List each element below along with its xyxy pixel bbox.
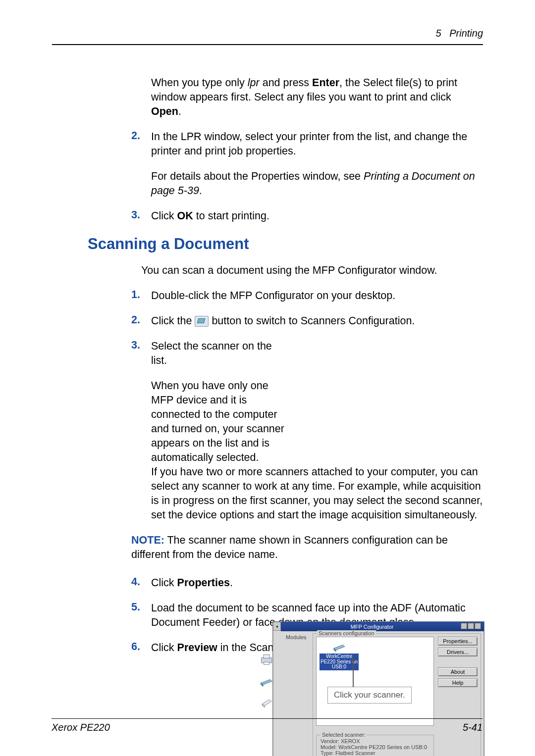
- step-text: If you have two or more scanners attache…: [151, 465, 483, 522]
- step-text: In the LPR window, select your printer f…: [151, 130, 483, 158]
- step-text: Click the button to switch to Scanners C…: [151, 314, 483, 328]
- chapter-number: 5: [435, 28, 441, 39]
- window-controls[interactable]: [460, 623, 481, 630]
- scan-step-1: 1. Double-click the MFP Configurator on …: [131, 289, 483, 303]
- intro-paragraph: When you type only lpr and press Enter, …: [151, 76, 483, 119]
- properties-button[interactable]: Properties...: [438, 637, 478, 646]
- configurator-screenshot: ▾ MFP Configurator Modules: [272, 621, 483, 756]
- configurator-window: ▾ MFP Configurator Modules: [272, 621, 484, 756]
- section-heading: Scanning a Document: [88, 235, 483, 253]
- drivers-button[interactable]: Drivers...: [438, 648, 478, 656]
- footer-right: 5-41: [463, 722, 482, 733]
- close-button[interactable]: [475, 623, 481, 629]
- scanner-list[interactable]: WorkCentre PE220 Series on USB:0 Click y…: [316, 637, 434, 726]
- scanners-module-icon[interactable]: [258, 673, 275, 690]
- step-text: Select the scanner on the list.: [151, 339, 290, 368]
- step-text: For details about the Properties window,…: [151, 169, 483, 198]
- step-number: 2.: [131, 314, 151, 328]
- selected-scanner-fieldset: Selected scanner: Vendor: XEROX Model: W…: [316, 735, 434, 756]
- footer-left: Xerox PE220: [52, 722, 110, 733]
- chapter-title: Printing: [449, 28, 483, 39]
- help-button[interactable]: Help: [438, 678, 478, 687]
- ports-module-icon[interactable]: [258, 695, 275, 711]
- page-footer: Xerox PE220 5-41: [52, 718, 482, 733]
- scan-step-3: 3. Select the scanner on the list. When …: [131, 339, 483, 465]
- step-number: 3.: [131, 209, 151, 223]
- collapse-handle-icon[interactable]: ▾: [273, 622, 281, 631]
- window-title: MFP Configurator: [284, 624, 460, 630]
- scanner-icon: [332, 640, 347, 653]
- window-titlebar: MFP Configurator: [281, 622, 484, 631]
- about-button[interactable]: About: [438, 667, 478, 676]
- section-intro: You can scan a document using the MFP Co…: [141, 263, 483, 278]
- step-text: When you have only one MFP device and it…: [151, 379, 290, 465]
- scanner-toolbar-icon: [195, 316, 209, 327]
- step-number: 3.: [131, 339, 151, 465]
- scan-step-2: 2. Click the button to switch to Scanner…: [131, 314, 483, 328]
- step-text: Click Properties.: [151, 576, 483, 590]
- vendor-line: Vendor: XEROX: [321, 738, 429, 744]
- note-label: NOTE:: [131, 534, 164, 546]
- page-header: 5 Printing: [52, 28, 483, 44]
- scan-step-4: 4. Click Properties.: [131, 576, 483, 590]
- frame-label: Scanners configuration: [317, 630, 376, 636]
- scanners-config-frame: Scanners configuration: [313, 633, 481, 756]
- printers-module-icon[interactable]: [258, 651, 275, 668]
- step-number: 2.: [131, 130, 151, 198]
- top-step-3: 3. Click OK to start printing.: [131, 209, 483, 223]
- step-text: Double-click the MFP Configurator on you…: [151, 289, 483, 303]
- modules-group-label: Modules: [286, 633, 308, 640]
- maximize-button[interactable]: [468, 623, 474, 629]
- note-block: NOTE: The scanner name shown in Scanners…: [131, 533, 483, 562]
- minimize-button[interactable]: [461, 623, 467, 629]
- step-number: 5.: [131, 601, 151, 630]
- callout-label: Click your scanner.: [327, 687, 412, 704]
- svg-rect-2: [264, 662, 269, 664]
- step-number: 1.: [131, 289, 151, 303]
- step-text: Click OK to start printing.: [151, 209, 483, 223]
- svg-rect-1: [264, 655, 269, 658]
- step-number: 4.: [131, 576, 151, 590]
- step-number: 6.: [131, 641, 151, 655]
- top-step-2: 2. In the LPR window, select your printe…: [131, 130, 483, 198]
- note-text: The scanner name shown in Scanners confi…: [131, 534, 448, 560]
- type-line: Type: Flatbed Scanner: [321, 750, 429, 756]
- footer-divider: [52, 718, 482, 719]
- model-line: Model: WorkCentre PE220 Series on USB:0: [321, 744, 429, 750]
